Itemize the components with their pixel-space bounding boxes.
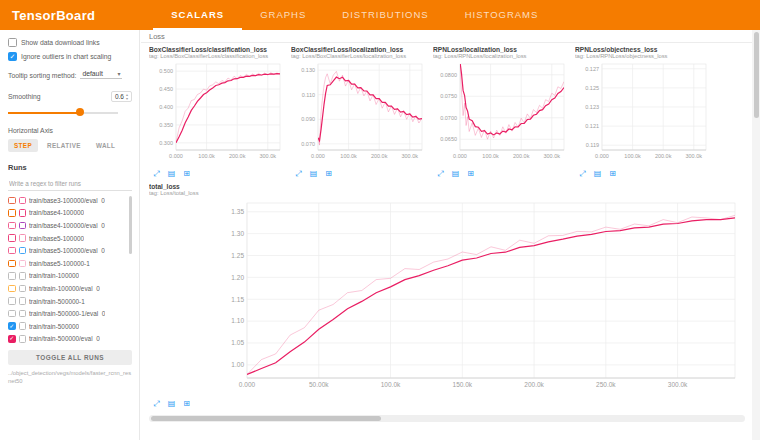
log-scale-icon[interactable]: ▤ bbox=[308, 168, 319, 179]
scalar-plot[interactable]: 0.1270.1250.1230.1210.1190.000100.0k200.… bbox=[575, 60, 711, 163]
run-color-checkbox[interactable] bbox=[19, 234, 27, 242]
log-scale-icon[interactable]: ▤ bbox=[166, 168, 177, 179]
run-row[interactable]: train/base5-100000-1 bbox=[8, 257, 132, 270]
scalar-plot[interactable]: 0.5000.4500.4000.3500.3000.000100.0k200.… bbox=[149, 60, 285, 163]
runs-filter-input[interactable] bbox=[8, 177, 132, 191]
sidebar: Show data download links ✓ Ignore outlie… bbox=[0, 30, 140, 440]
svg-text:0.350: 0.350 bbox=[159, 122, 173, 128]
big-chart-container: total_losstag: Loss/total_loss1.351.301.… bbox=[141, 183, 752, 409]
runs-panel: Runs train/base3-100000/eval_0train/base… bbox=[8, 163, 132, 386]
run-color-checkbox[interactable] bbox=[19, 310, 27, 318]
toggle-all-runs-button[interactable]: TOGGLE ALL RUNS bbox=[8, 350, 132, 365]
ignore-outliers-checkbox[interactable]: ✓ Ignore outliers in chart scaling bbox=[8, 52, 132, 61]
run-row[interactable]: train/train-500000-1/eval_0 bbox=[8, 307, 132, 320]
run-row[interactable]: train/train-100000 bbox=[8, 270, 132, 283]
run-checkbox[interactable] bbox=[8, 234, 16, 242]
open-in-new-icon[interactable]: ⊞ bbox=[181, 398, 192, 409]
smoothing-slider[interactable] bbox=[8, 107, 132, 117]
run-color-checkbox[interactable] bbox=[19, 297, 27, 305]
run-checkbox[interactable] bbox=[8, 297, 16, 305]
run-row[interactable]: ✓train/train-500000 bbox=[8, 320, 132, 333]
run-row[interactable]: train/base5-100000 bbox=[8, 232, 132, 245]
stepper-down-icon[interactable]: ▾ bbox=[126, 97, 128, 101]
loss-section-header[interactable]: Loss bbox=[141, 30, 752, 43]
svg-text:100.0k: 100.0k bbox=[340, 153, 357, 159]
run-row[interactable]: ✓train/train-500000/eval_0 bbox=[8, 333, 132, 346]
run-checkbox[interactable] bbox=[8, 310, 16, 318]
log-scale-icon[interactable]: ▤ bbox=[592, 168, 603, 179]
runs-scrollbar[interactable] bbox=[129, 196, 133, 254]
open-in-new-icon[interactable]: ⊞ bbox=[323, 168, 334, 179]
run-color-checkbox[interactable] bbox=[19, 197, 27, 205]
open-in-new-icon[interactable]: ⊞ bbox=[465, 168, 476, 179]
run-row[interactable]: train/train-500000-1 bbox=[8, 295, 132, 308]
run-checkbox[interactable] bbox=[8, 260, 16, 268]
run-color-checkbox[interactable] bbox=[19, 222, 27, 230]
run-color-checkbox[interactable] bbox=[19, 272, 27, 280]
runs-title: Runs bbox=[8, 163, 132, 172]
expand-icon[interactable]: ⤢ bbox=[435, 168, 446, 179]
svg-text:50.00k: 50.00k bbox=[309, 381, 329, 388]
axis-wall-button[interactable]: WALL bbox=[90, 139, 121, 152]
run-checkbox[interactable] bbox=[8, 285, 16, 293]
tab-scalars[interactable]: SCALARS bbox=[153, 0, 242, 30]
run-label: train/train-500000-1/eval_0 bbox=[29, 310, 105, 317]
expand-icon[interactable]: ⤢ bbox=[577, 168, 588, 179]
open-in-new-icon[interactable]: ⊞ bbox=[181, 168, 192, 179]
smoothing-label: Smoothing bbox=[8, 93, 41, 100]
svg-text:0.0650: 0.0650 bbox=[440, 136, 457, 142]
run-row[interactable]: train/base3-100000/eval_0 bbox=[8, 194, 132, 207]
run-row[interactable]: train/base4-100000 bbox=[8, 207, 132, 220]
stepper-icons[interactable]: ▴ ▾ bbox=[126, 93, 128, 100]
tooltip-sort-label: Tooltip sorting method: bbox=[8, 72, 76, 79]
scalar-plot[interactable]: 0.1300.1100.0900.0700.000100.0k200.0k300… bbox=[291, 60, 427, 163]
run-checkbox[interactable] bbox=[8, 197, 16, 205]
run-color-checkbox[interactable] bbox=[19, 335, 27, 343]
horizontal-scrollbar[interactable] bbox=[149, 415, 745, 422]
tab-histograms[interactable]: HISTOGRAMS bbox=[447, 0, 557, 30]
run-checkbox[interactable] bbox=[8, 222, 16, 230]
run-color-checkbox[interactable] bbox=[19, 285, 27, 293]
horizontal-scrollbar-thumb[interactable] bbox=[151, 416, 381, 421]
expand-icon[interactable]: ⤢ bbox=[151, 168, 162, 179]
runs-path: ../object_detection/vegs/models/faster_r… bbox=[8, 370, 132, 386]
run-checkbox[interactable] bbox=[8, 247, 16, 255]
vertical-scrollbar-thumb[interactable] bbox=[754, 32, 759, 118]
svg-text:0.000: 0.000 bbox=[239, 381, 256, 388]
slider-thumb[interactable] bbox=[76, 108, 84, 116]
log-scale-icon[interactable]: ▤ bbox=[450, 168, 461, 179]
smoothing-value[interactable]: 0.6 ▴ ▾ bbox=[111, 91, 132, 102]
run-checkbox[interactable]: ✓ bbox=[8, 335, 16, 343]
scalar-chart-card: BoxClassifierLoss/classification_losstag… bbox=[149, 46, 285, 179]
svg-text:100.0k: 100.0k bbox=[624, 153, 641, 159]
checkbox-icon[interactable]: ✓ bbox=[8, 52, 17, 61]
run-color-checkbox[interactable] bbox=[19, 260, 27, 268]
run-color-checkbox[interactable] bbox=[19, 322, 27, 330]
run-checkbox[interactable] bbox=[8, 209, 16, 217]
svg-text:200.0k: 200.0k bbox=[229, 153, 246, 159]
tab-graphs[interactable]: GRAPHS bbox=[242, 0, 324, 30]
chart-tag: tag: Loss/RPNLoss/localization_loss bbox=[433, 53, 569, 59]
expand-icon[interactable]: ⤢ bbox=[293, 168, 304, 179]
log-scale-icon[interactable]: ▤ bbox=[166, 398, 177, 409]
run-row[interactable]: train/base5-100000/eval_0 bbox=[8, 244, 132, 257]
svg-text:200.0k: 200.0k bbox=[513, 153, 530, 159]
tab-distributions[interactable]: DISTRIBUTIONS bbox=[324, 0, 446, 30]
vertical-scrollbar[interactable] bbox=[752, 30, 760, 440]
run-color-checkbox[interactable] bbox=[19, 247, 27, 255]
checkbox-icon[interactable] bbox=[8, 38, 17, 47]
run-color-checkbox[interactable] bbox=[19, 209, 27, 217]
run-checkbox[interactable] bbox=[8, 272, 16, 280]
expand-icon[interactable]: ⤢ bbox=[151, 398, 162, 409]
run-row[interactable]: train/base4-100000/eval_0 bbox=[8, 219, 132, 232]
run-row[interactable]: train/train-100000/eval_0 bbox=[8, 282, 132, 295]
show-download-links-checkbox[interactable]: Show data download links bbox=[8, 38, 132, 47]
open-in-new-icon[interactable]: ⊞ bbox=[607, 168, 618, 179]
axis-step-button[interactable]: STEP bbox=[8, 139, 38, 152]
run-checkbox[interactable]: ✓ bbox=[8, 322, 16, 330]
scalar-plot[interactable]: 0.08000.07500.07000.06500.000100.0k200.0… bbox=[433, 60, 569, 163]
axis-relative-button[interactable]: RELATIVE bbox=[41, 139, 87, 152]
chart-toolbar: ⤢▤⊞ bbox=[433, 167, 569, 179]
tooltip-sort-dropdown[interactable]: default ▾ bbox=[80, 69, 122, 79]
scalar-plot[interactable]: 1.351.301.251.201.151.101.051.000.00050.… bbox=[149, 197, 745, 393]
